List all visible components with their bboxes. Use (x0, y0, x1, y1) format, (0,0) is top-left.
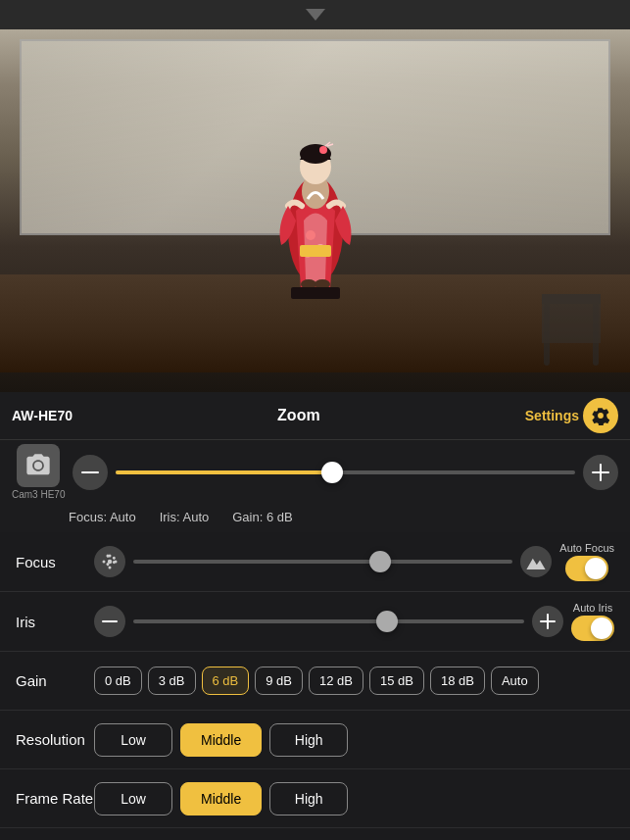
framerate-option-high[interactable]: High (269, 782, 348, 815)
gain-row: Gain 0 dB3 dB6 dB9 dB12 dB15 dB18 dBAuto (0, 652, 630, 711)
auto-focus-label: Auto Focus (559, 542, 614, 554)
gain-info: Gain: 6 dB (232, 510, 292, 524)
focus-near-icon[interactable] (94, 546, 125, 577)
svg-rect-13 (81, 471, 99, 473)
resolution-buttons-group: LowMiddleHigh (94, 723, 614, 757)
zoom-minus-button[interactable] (73, 455, 108, 490)
gain-option-3[interactable]: 9 dB (255, 667, 303, 695)
svg-point-2 (306, 230, 315, 240)
camera-name: AW-HE70 (12, 408, 73, 423)
zoom-track (116, 470, 575, 474)
svg-rect-19 (547, 614, 549, 629)
framerate-option-middle[interactable]: Middle (180, 782, 262, 815)
svg-rect-5 (300, 245, 331, 257)
frame-rate-label: Frame Rate (16, 790, 94, 807)
gain-option-5[interactable]: 15 dB (369, 667, 424, 695)
camera-info-bar: AW-HE70 Zoom Settings (0, 392, 630, 440)
auto-iris-toggle-container: Auto Iris (571, 602, 614, 641)
camera-preview (0, 29, 630, 392)
svg-rect-12 (291, 287, 340, 299)
focus-far-icon[interactable] (520, 546, 552, 577)
settings-button[interactable]: Settings (525, 398, 618, 433)
cam-icon-group: Cam3 HE70 (12, 444, 65, 500)
gain-option-0[interactable]: 0 dB (94, 667, 142, 695)
auto-focus-toggle[interactable] (565, 556, 608, 581)
auto-iris-label: Auto Iris (573, 602, 612, 614)
resolution-option-middle[interactable]: Middle (180, 723, 262, 757)
settings-panel: Focus Auto Focus (0, 532, 630, 840)
iris-plus-button[interactable] (532, 606, 563, 637)
zoom-slider[interactable] (116, 455, 575, 490)
zoom-title: Zoom (277, 407, 320, 424)
gain-option-6[interactable]: 18 dB (430, 667, 485, 695)
info-labels-row: Focus: Auto Iris: Auto Gain: 6 dB (0, 508, 630, 532)
zoom-fill (116, 470, 331, 474)
gain-option-1[interactable]: 3 dB (148, 667, 196, 695)
focus-row: Focus Auto Focus (0, 532, 630, 592)
focus-label: Focus (16, 554, 94, 570)
zoom-plus-button[interactable] (583, 455, 618, 490)
svg-rect-17 (102, 620, 118, 622)
gain-label: Gain (16, 672, 94, 689)
focus-thumb[interactable] (369, 551, 391, 572)
gain-option-4[interactable]: 12 dB (309, 667, 363, 695)
iris-info: Iris: Auto (160, 510, 210, 524)
gain-option-2[interactable]: 6 dB (202, 667, 250, 695)
iris-label: Iris (16, 614, 94, 630)
frame-rate-row: Frame Rate LowMiddleHigh (0, 769, 630, 828)
cam-icon (17, 444, 60, 487)
settings-icon (583, 398, 618, 433)
iris-track (133, 619, 524, 623)
resolution-option-low[interactable]: Low (94, 723, 172, 757)
iris-row: Iris Auto Iris (0, 592, 630, 652)
framerate-option-low[interactable]: Low (94, 782, 172, 815)
cam-label: Cam3 HE70 (12, 489, 65, 500)
iris-slider[interactable] (133, 604, 524, 639)
top-arrow-bar (0, 0, 630, 29)
gain-option-7[interactable]: Auto (491, 667, 539, 695)
focus-track (133, 560, 512, 564)
gain-buttons-group: 0 dB3 dB6 dB9 dB12 dB15 dB18 dBAuto (94, 667, 614, 695)
settings-label: Settings (525, 408, 579, 423)
svg-rect-15 (600, 464, 602, 481)
auto-focus-toggle-container: Auto Focus (559, 542, 614, 581)
doll-figure (267, 93, 364, 309)
resolution-row: Resolution LowMiddleHigh (0, 711, 630, 769)
focus-slider[interactable] (133, 544, 512, 579)
svg-point-9 (319, 146, 327, 154)
iris-thumb[interactable] (376, 611, 398, 632)
frame-rate-buttons-group: LowMiddleHigh (94, 782, 614, 815)
resolution-option-high[interactable]: High (269, 723, 348, 757)
auto-focus-knob (585, 558, 606, 579)
focus-info: Focus: Auto (69, 510, 136, 524)
auto-iris-toggle[interactable] (571, 616, 614, 641)
calibration-row: Calibration GeneralPartial Adjustment (0, 828, 630, 840)
zoom-thumb[interactable] (321, 462, 343, 483)
resolution-label: Resolution (16, 731, 94, 748)
controls-row: Cam3 HE70 (0, 440, 630, 508)
auto-iris-knob (591, 618, 612, 639)
iris-minus-button[interactable] (94, 606, 125, 637)
svg-marker-0 (306, 9, 325, 21)
